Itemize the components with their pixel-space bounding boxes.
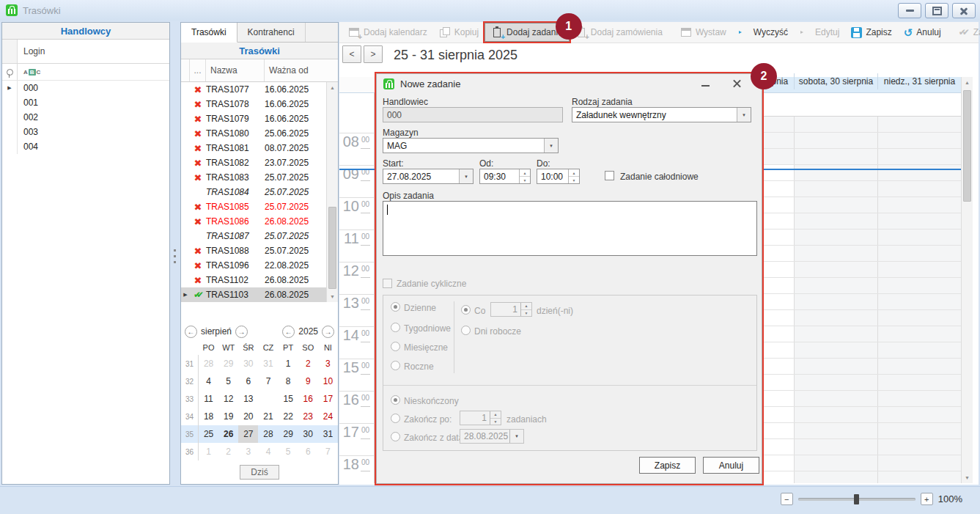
abc-filter-icon[interactable]: ABC <box>18 64 40 80</box>
scroll-down-icon[interactable]: ▼ <box>327 291 338 302</box>
calendar-day[interactable]: 9 <box>298 372 318 390</box>
table-row[interactable]: TRAS108525.07.2025 <box>181 199 338 214</box>
dialog-zapisz-button[interactable]: Zapisz <box>639 457 696 474</box>
calendar-day[interactable]: 1 <box>199 443 218 460</box>
calendar-day[interactable]: 7 <box>258 372 278 390</box>
calendar-day[interactable]: 28 <box>258 425 278 443</box>
calendar-day[interactable]: 15 <box>279 390 298 408</box>
toolbar-anuluj[interactable]: ↺ Anuluj <box>898 23 947 42</box>
calendar-day[interactable]: 30 <box>238 355 258 372</box>
next-year-icon[interactable]: → <box>322 326 334 338</box>
calendar-day[interactable]: 6 <box>238 372 258 390</box>
week-back-button[interactable]: < <box>342 45 361 63</box>
maximize-button[interactable] <box>925 3 948 18</box>
handlowcy-filter-row[interactable]: ABC <box>2 64 169 81</box>
start-date-picker[interactable]: 27.08.2025 ▼ <box>383 169 474 184</box>
calendar-day[interactable]: 30 <box>298 425 318 443</box>
calendar-day[interactable]: 5 <box>218 372 238 390</box>
handlowiec-row[interactable]: 000 <box>2 81 169 95</box>
calendar-day[interactable]: 4 <box>258 443 278 460</box>
handlowiec-row[interactable]: 001 <box>2 95 169 110</box>
scrollbar-thumb[interactable] <box>963 90 971 202</box>
zoom-slider[interactable] <box>798 493 915 505</box>
valid-from-column-header[interactable]: Ważna od <box>265 59 338 81</box>
calendar-day[interactable]: 2 <box>298 355 318 372</box>
tab-kontrahenci[interactable]: Kontrahenci <box>237 23 306 42</box>
calendar-day[interactable]: 24 <box>318 408 338 425</box>
table-row[interactable]: TRAS108626.08.2025 <box>181 214 338 229</box>
prev-year-icon[interactable]: ← <box>282 326 295 338</box>
scheduler-scrollbar[interactable]: ▲ ▼ <box>961 77 973 483</box>
calodniowe-checkbox[interactable] <box>605 171 614 180</box>
calendar-day[interactable]: 31 <box>318 425 338 443</box>
calendar-day[interactable]: 19 <box>218 408 238 425</box>
toolbar-dodaj-zadanie[interactable]: + Dodaj zadanie 1 <box>485 23 570 42</box>
day-header-saturday[interactable]: sobota, 30 sierpnia <box>794 73 877 89</box>
dropdown-arrow-icon[interactable]: ▼ <box>544 139 558 153</box>
scroll-up-icon[interactable]: ▲ <box>962 77 973 88</box>
toolbar-wyczysc[interactable]: Wyczyść <box>732 23 794 42</box>
table-row[interactable]: TRAS107916.06.2025 <box>181 111 338 126</box>
panel-splitter[interactable] <box>171 22 180 485</box>
do-time-spinner[interactable]: 10:00 ▲▼ <box>537 169 580 184</box>
table-row[interactable]: TRAS110326.08.2025 <box>181 287 338 302</box>
next-month-icon[interactable]: → <box>235 326 248 338</box>
calendar-day[interactable]: 23 <box>298 408 318 425</box>
calendar-day[interactable]: 25 <box>199 425 218 443</box>
dropdown-arrow-icon[interactable]: ▼ <box>737 108 751 122</box>
calendar-day[interactable]: 2 <box>218 443 238 460</box>
table-row[interactable]: TRAS108825.07.2025 <box>181 243 338 258</box>
calendar-day[interactable]: 4 <box>199 372 218 390</box>
magazyn-select[interactable]: MAG ▼ <box>383 138 559 153</box>
spin-up-icon[interactable]: ▲ <box>520 169 530 177</box>
scroll-down-icon[interactable]: ▼ <box>962 472 973 483</box>
prev-month-icon[interactable]: ← <box>185 326 197 338</box>
calendar-day[interactable]: 3 <box>238 443 258 460</box>
handlowiec-row[interactable]: 003 <box>2 125 169 139</box>
spin-up-icon[interactable]: ▲ <box>569 169 579 177</box>
rodzaj-zadania-select[interactable]: Załadunek wewnętrzny ▼ <box>572 107 751 122</box>
today-button[interactable]: Dziś <box>240 465 279 480</box>
calendar-day[interactable]: 16 <box>298 390 318 408</box>
calendar-day[interactable]: 17 <box>318 390 338 408</box>
calendar-day[interactable]: 6 <box>298 443 318 460</box>
zoom-slider-thumb[interactable] <box>854 494 859 504</box>
scroll-up-icon[interactable]: ▲ <box>327 82 338 93</box>
dialog-anuluj-button[interactable]: Anuluj <box>703 457 759 474</box>
table-row[interactable]: TRAS109622.08.2025 <box>181 258 338 273</box>
scrollbar-thumb[interactable] <box>328 207 336 289</box>
calendar-day[interactable] <box>258 390 278 408</box>
icon-column-header[interactable]: ... <box>190 59 206 81</box>
table-row[interactable]: TRAS107716.06.2025 <box>181 82 338 97</box>
table-row[interactable]: TRAS108025.06.2025 <box>181 126 338 141</box>
calendar-day[interactable]: 10 <box>318 372 338 390</box>
calendar-day[interactable]: 22 <box>279 408 298 425</box>
calendar-day[interactable]: 29 <box>279 425 298 443</box>
zoom-in-button[interactable]: + <box>921 493 933 505</box>
dropdown-arrow-icon[interactable]: ▼ <box>459 169 473 183</box>
zoom-out-button[interactable]: − <box>781 493 793 505</box>
calendar-day[interactable]: 20 <box>238 408 258 425</box>
calendar-day[interactable]: 13 <box>238 390 258 408</box>
handlowiec-row[interactable]: 004 <box>2 139 169 154</box>
calendar-day[interactable]: 5 <box>279 443 298 460</box>
table-row[interactable]: TRAS108425.07.2025 <box>181 185 338 199</box>
day-header-sunday[interactable]: niedz., 31 sierpnia <box>877 73 961 89</box>
table-row[interactable]: TRAS108108.07.2025 <box>181 141 338 155</box>
dialog-close-button[interactable] <box>731 78 744 89</box>
calendar-day[interactable]: 12 <box>218 390 238 408</box>
close-button[interactable] <box>952 3 976 18</box>
table-row[interactable]: TRAS107816.06.2025 <box>181 97 338 111</box>
login-column-header[interactable]: Login <box>2 40 169 64</box>
toolbar-zapisz[interactable]: Zapisz <box>845 23 897 42</box>
spin-down-icon[interactable]: ▼ <box>569 177 579 183</box>
calendar-day-today[interactable]: 26 <box>218 425 238 443</box>
od-time-spinner[interactable]: 09:30 ▲▼ <box>479 169 531 184</box>
calendar-day[interactable]: 29 <box>218 355 238 372</box>
handlowiec-row[interactable]: 002 <box>2 110 169 125</box>
calendar-day[interactable]: 1 <box>279 355 298 372</box>
calendar-day-selected[interactable]: 27 <box>238 425 258 443</box>
calendar-day[interactable]: 3 <box>318 355 338 372</box>
table-row[interactable]: TRAS110226.08.2025 <box>181 273 338 287</box>
week-forward-button[interactable]: > <box>364 45 383 63</box>
